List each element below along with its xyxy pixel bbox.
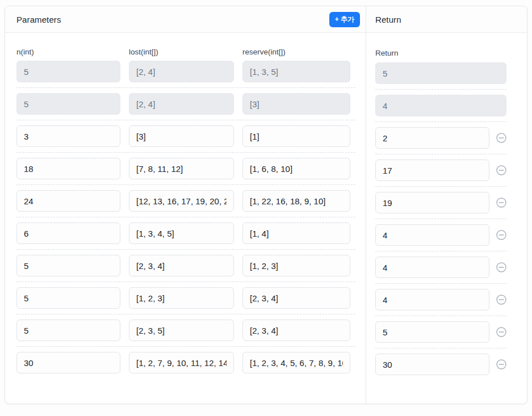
n-input[interactable]: [16, 320, 120, 341]
return-input[interactable]: [375, 192, 489, 213]
return-rows: [375, 62, 506, 380]
return-input[interactable]: [375, 321, 489, 343]
n-input[interactable]: [16, 222, 120, 244]
testcase-param-row: [16, 346, 355, 379]
lost-input[interactable]: [129, 320, 234, 341]
return-input[interactable]: [375, 354, 489, 375]
lost-input[interactable]: [129, 222, 234, 244]
lost-input[interactable]: [129, 125, 234, 147]
return-input[interactable]: [375, 127, 489, 149]
lost-input[interactable]: [129, 190, 234, 212]
remove-testcase-button[interactable]: [496, 165, 506, 175]
minus-circle-icon: [496, 327, 506, 337]
lost-input: [129, 93, 234, 115]
minus-circle-icon: [496, 295, 506, 305]
lost-input[interactable]: [129, 352, 234, 373]
return-title: Return: [375, 15, 401, 24]
return-input[interactable]: [375, 159, 489, 181]
minus-circle-icon: [496, 230, 506, 240]
return-header: Return: [366, 6, 527, 33]
lost-input[interactable]: [129, 158, 234, 179]
testcase-return-row: [375, 186, 506, 218]
reserve-input[interactable]: [242, 352, 350, 373]
testcase-param-row: [16, 314, 355, 346]
remove-testcase-button[interactable]: [496, 359, 506, 369]
remove-testcase-button[interactable]: [496, 230, 506, 240]
return-input[interactable]: [375, 224, 489, 246]
n-input: [16, 61, 120, 82]
n-input: [16, 93, 120, 115]
testcase-editor-card: Parameters + 추가 Return n(int) lost(int[]…: [5, 6, 527, 404]
testcase-return-row: [375, 218, 506, 251]
n-input[interactable]: [16, 352, 120, 373]
testcase-param-row: [16, 152, 355, 184]
minus-circle-icon: [496, 262, 506, 272]
return-input[interactable]: [375, 257, 489, 278]
parameters-title: Parameters: [16, 15, 61, 24]
testcase-return-row: [375, 154, 506, 186]
n-input[interactable]: [16, 255, 120, 276]
testcase-return-row: [375, 348, 506, 380]
minus-circle-icon: [496, 165, 506, 175]
testcase-param-row: [16, 281, 355, 314]
remove-testcase-button[interactable]: [496, 262, 506, 272]
testcase-param-row: [16, 217, 355, 249]
testcase-param-row: [16, 87, 355, 120]
column-label-reserve: reserve(int[]): [242, 48, 350, 56]
return-input: [375, 95, 506, 116]
parameters-section: n(int) lost(int[]) reserve(int[]): [5, 33, 366, 404]
parameters-header: Parameters + 추가: [5, 6, 366, 33]
return-input[interactable]: [375, 289, 489, 310]
testcase-return-row: [375, 251, 506, 283]
testcase-return-row: [375, 316, 506, 348]
reserve-input[interactable]: [242, 222, 350, 244]
reserve-input[interactable]: [242, 125, 350, 147]
remove-testcase-button[interactable]: [496, 327, 506, 337]
remove-testcase-button[interactable]: [496, 133, 506, 143]
testcase-param-row: [16, 61, 355, 87]
column-label-lost: lost(int[]): [129, 48, 234, 56]
n-input[interactable]: [16, 190, 120, 212]
lost-input: [129, 61, 234, 82]
testcase-param-row: [16, 120, 355, 152]
return-input: [375, 62, 506, 84]
reserve-input[interactable]: [242, 287, 350, 309]
minus-circle-icon: [496, 198, 506, 208]
add-testcase-button[interactable]: + 추가: [329, 12, 360, 27]
minus-circle-icon: [496, 359, 506, 369]
column-label-n: n(int): [16, 48, 120, 56]
testcase-param-row: [16, 249, 355, 281]
n-input[interactable]: [16, 287, 120, 309]
n-input[interactable]: [16, 125, 120, 147]
reserve-input[interactable]: [242, 158, 350, 179]
minus-circle-icon: [496, 133, 506, 143]
testcase-return-row: [375, 89, 506, 121]
reserve-input[interactable]: [242, 255, 350, 276]
column-label-return: Return: [375, 49, 399, 57]
remove-testcase-button[interactable]: [496, 295, 506, 305]
testcase-return-row: [375, 121, 506, 154]
lost-input[interactable]: [129, 287, 234, 309]
reserve-input: [242, 93, 350, 115]
lost-input[interactable]: [129, 255, 234, 276]
parameters-rows: [16, 61, 355, 379]
testcase-return-row: [375, 62, 506, 89]
testcase-param-row: [16, 184, 355, 217]
testcase-return-row: [375, 283, 506, 316]
reserve-input[interactable]: [242, 320, 350, 341]
reserve-input: [242, 61, 350, 82]
reserve-input[interactable]: [242, 190, 350, 212]
parameter-column-labels: n(int) lost(int[]) reserve(int[]): [16, 48, 355, 56]
remove-testcase-button[interactable]: [496, 198, 506, 208]
n-input[interactable]: [16, 158, 120, 179]
return-section: Return: [366, 33, 527, 404]
